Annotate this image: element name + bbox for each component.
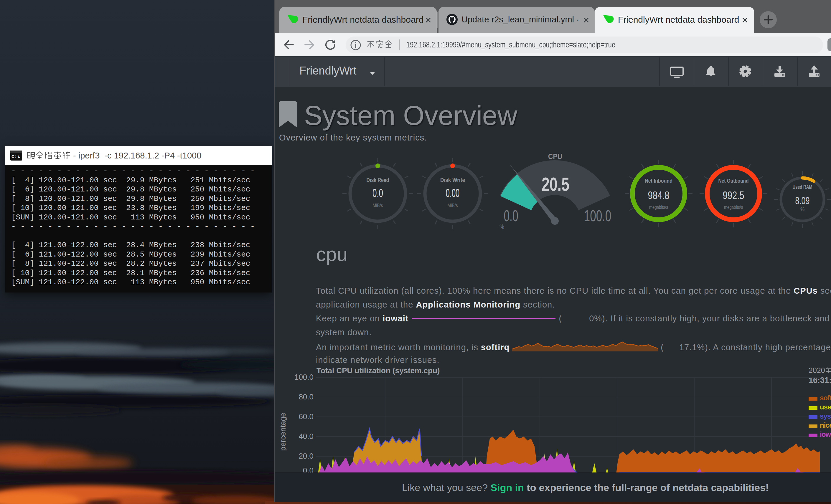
svg-text:Disk Write: Disk Write xyxy=(440,177,465,183)
svg-text:20.5: 20.5 xyxy=(542,174,569,195)
svg-text:CPU: CPU xyxy=(548,152,562,161)
svg-text:megabits/s: megabits/s xyxy=(724,205,743,210)
svg-text:%: % xyxy=(499,222,504,231)
svg-text:992.5: 992.5 xyxy=(723,189,744,202)
svg-text:megabits/s: megabits/s xyxy=(649,205,668,210)
svg-text:Net Inbound: Net Inbound xyxy=(645,178,672,184)
svg-text:Net Outbound: Net Outbound xyxy=(718,178,749,184)
svg-text:100.0: 100.0 xyxy=(584,207,611,225)
svg-text:MiB/s: MiB/s xyxy=(448,203,458,208)
svg-text:0.00: 0.00 xyxy=(446,186,460,200)
svg-text:%: % xyxy=(800,207,804,212)
svg-text:MiB/s: MiB/s xyxy=(373,203,383,208)
svg-text:0.0: 0.0 xyxy=(372,186,383,200)
svg-text:0.0: 0.0 xyxy=(504,207,518,225)
svg-text:984.8: 984.8 xyxy=(648,189,669,202)
svg-text:Disk Read: Disk Read xyxy=(367,177,389,183)
svg-text:8.09: 8.09 xyxy=(795,195,810,206)
svg-text:Used RAM: Used RAM xyxy=(793,184,812,190)
